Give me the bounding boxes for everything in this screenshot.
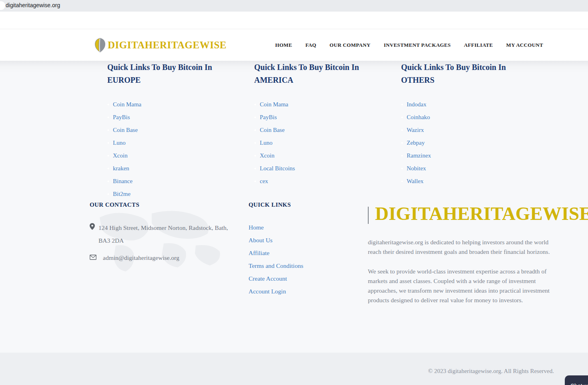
footer-nav-link[interactable]: Affiliate (249, 249, 269, 257)
list-item: kraken (107, 162, 254, 175)
quick-buy-column-america: Quick Links To Buy Bitcoin In AMERICA Co… (254, 61, 401, 200)
quick-buy-region: AMERICA (254, 74, 401, 86)
bullet-icon (401, 104, 403, 106)
list-item: Wazirx (401, 124, 548, 136)
about-paragraph-1: digitaheritagewise.org is dedicated to h… (368, 237, 554, 257)
bullet-icon (401, 180, 403, 182)
nav-item-home[interactable]: HOME (275, 42, 292, 48)
exchange-link[interactable]: PayBis (113, 114, 130, 121)
bullet-icon (254, 104, 256, 106)
exchange-link[interactable]: Wallex (407, 178, 423, 185)
exchange-link[interactable]: Bit2me (113, 191, 130, 197)
nav-item-our-company[interactable]: OUR COMPANY (329, 42, 370, 48)
logo-wordmark: DIGITAHERITAGEWISE (108, 40, 227, 51)
exchange-link[interactable]: Coin Mama (113, 101, 141, 108)
exchange-link[interactable]: cex (260, 178, 268, 185)
exchange-link[interactable]: Xcoin (113, 152, 128, 159)
bullet-icon (254, 142, 256, 144)
list-item: Coin Mama (107, 98, 254, 111)
exchange-link[interactable]: Binance (113, 178, 132, 185)
footer-nav-link[interactable]: Home (249, 224, 264, 231)
list-item: Xcoin (107, 149, 254, 162)
list-item: Coin Base (107, 124, 254, 136)
exchange-link[interactable]: PayBis (260, 114, 277, 121)
quick-buy-column-europe: Quick Links To Buy Bitcoin In EUROPE Coi… (107, 61, 254, 200)
list-item: Zebpay (401, 136, 548, 149)
list-item: Home (249, 221, 361, 234)
exchange-link[interactable]: Wazirx (407, 127, 424, 134)
exchange-link[interactable]: Xcoin (260, 152, 275, 159)
bullet-icon (107, 142, 109, 144)
chat-widget-button[interactable]: Chat w (565, 375, 588, 385)
bullet-icon (401, 168, 403, 170)
nav-item-affiliate[interactable]: AFFILIATE (464, 42, 493, 48)
quick-buy-title: Quick Links To Buy Bitcoin In EUROPE (107, 61, 254, 86)
list-item: Binance (107, 175, 254, 188)
quick-buy-row: Quick Links To Buy Bitcoin In EUROPE Coi… (107, 61, 548, 200)
quick-buy-title-text: Quick Links To Buy Bitcoin In (401, 61, 548, 74)
exchange-link[interactable]: Local Bitcoins (260, 165, 295, 172)
exchange-link[interactable]: Nobitex (407, 165, 426, 172)
footer-nav-link[interactable]: About Us (249, 237, 273, 244)
exchange-link[interactable]: Zebpay (407, 140, 425, 146)
contact-email-link[interactable]: admin@digitaheritagewise.org (98, 251, 179, 264)
quick-links-column: QUICK LINKS Home About Us Affiliate (249, 201, 361, 298)
quick-buy-title-text: Quick Links To Buy Bitcoin In (107, 61, 254, 74)
exchange-link[interactable]: kraken (113, 165, 129, 172)
map-pin-icon (90, 221, 98, 247)
envelope-icon (90, 254, 98, 261)
exchange-link[interactable]: Coinhako (407, 114, 430, 121)
footer-nav-link[interactable]: Create Account (249, 275, 287, 282)
exchange-link[interactable]: Coin Base (113, 127, 138, 134)
list-item: Terms and Conditions (249, 259, 361, 272)
list-item: Nobitex (401, 162, 548, 175)
about-paragraph-2: We seek to provide world-class investmen… (368, 267, 554, 305)
browser-url-bar[interactable]: digitaheritagewise.org (0, 0, 588, 12)
list-item: Luno (254, 136, 401, 149)
url-text: digitaheritagewise.org (6, 2, 60, 8)
exchange-link[interactable]: Luno (260, 140, 273, 146)
exchange-link[interactable]: Ramzinex (407, 152, 431, 159)
tab-circle-icon (0, 1, 5, 10)
footer-section: Quick Links To Buy Bitcoin In EUROPE Coi… (0, 61, 588, 353)
contact-email-row: admin@digitaheritagewise.org (90, 251, 232, 264)
bullet-icon (401, 155, 403, 157)
bullet-icon (254, 116, 256, 118)
nav-item-investment-packages[interactable]: INVESTMENT PACKAGES (384, 42, 451, 48)
bullet-icon (401, 116, 403, 118)
logo-shield-icon (95, 38, 105, 52)
bullet-icon (401, 142, 403, 144)
quick-buy-region: OTHERS (401, 74, 548, 86)
copyright-text: © 2023 digitaheritagewise.org. All Right… (428, 368, 554, 375)
exchange-link[interactable]: Coin Base (260, 127, 285, 134)
exchange-link[interactable]: Luno (113, 140, 126, 146)
exchange-link[interactable]: Indodax (407, 101, 426, 108)
nav-item-my-account[interactable]: MY ACCOUNT (506, 42, 543, 48)
nav-item-faq[interactable]: FAQ (305, 42, 316, 48)
bullet-icon (107, 155, 109, 157)
quick-buy-list: Coin Mama PayBis Coin Base (107, 98, 254, 200)
footer-nav-link[interactable]: Account Login (249, 288, 286, 295)
site-logo[interactable]: DIGITAHERITAGEWISE (95, 38, 227, 52)
bullet-icon (254, 155, 256, 157)
list-item: Luno (107, 136, 254, 149)
list-item: Bit2me (107, 188, 254, 200)
list-item: Coinhako (401, 111, 548, 124)
contact-address-row: 124 High Street, Midsomer Norton, Radsto… (90, 221, 232, 247)
bullet-icon (107, 168, 109, 170)
exchange-link[interactable]: Coin Mama (260, 101, 288, 108)
about-brand-title: DIGITAHERITAGEWISE (375, 201, 554, 225)
bullet-icon (254, 168, 256, 170)
bullet-icon (107, 193, 109, 195)
footer-nav-link[interactable]: Terms and Conditions (249, 262, 303, 269)
list-item: Ramzinex (401, 149, 548, 162)
about-column: DIGITAHERITAGEWISE digitaheritagewise.or… (368, 201, 554, 305)
quick-buy-title: Quick Links To Buy Bitcoin In AMERICA (254, 61, 401, 86)
main-nav: HOME FAQ OUR COMPANY INVESTMENT PACKAGES… (275, 29, 543, 61)
copyright-bar: © 2023 digitaheritagewise.org. All Right… (0, 353, 588, 385)
list-item: PayBis (254, 111, 401, 124)
quick-buy-title-text: Quick Links To Buy Bitcoin In (254, 61, 401, 74)
bullet-icon (107, 116, 109, 118)
contacts-column: OUR CONTACTS 124 High Street, Midsomer N… (90, 201, 232, 264)
list-item: Coin Mama (254, 98, 401, 111)
